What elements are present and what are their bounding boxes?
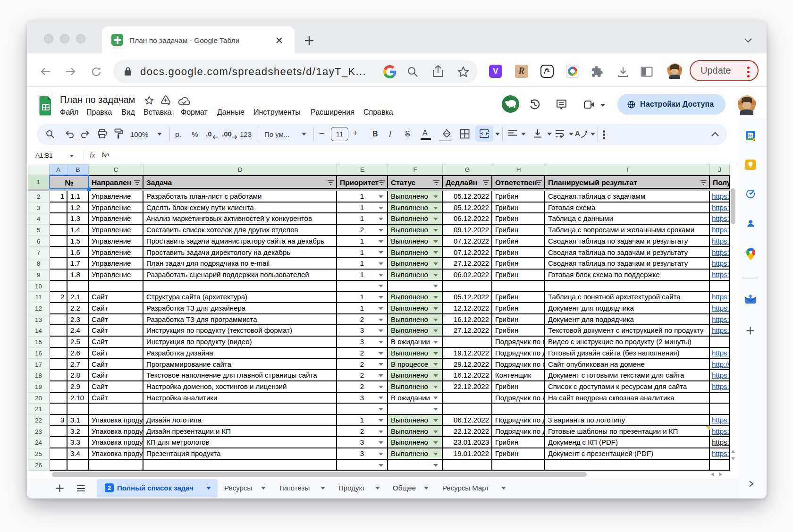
svg-text:31: 31: [748, 134, 753, 138]
